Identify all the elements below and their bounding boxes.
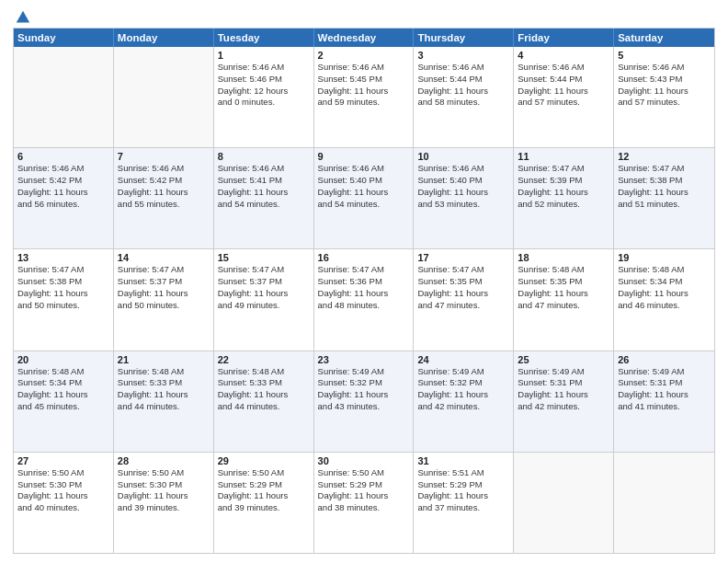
cell-line: Sunrise: 5:47 AM [518, 163, 609, 175]
cell-line: Sunset: 5:30 PM [17, 479, 109, 491]
cell-line: Sunrise: 5:46 AM [118, 163, 210, 175]
cell-line: Sunrise: 5:47 AM [417, 264, 509, 276]
cell-line: and 40 minutes. [17, 502, 109, 514]
cell-line: Sunrise: 5:48 AM [218, 366, 310, 378]
calendar-cell: 4Sunrise: 5:46 AMSunset: 5:44 PMDaylight… [514, 47, 614, 147]
calendar-cell: 6Sunrise: 5:46 AMSunset: 5:42 PMDaylight… [14, 148, 114, 248]
cell-line: Sunrise: 5:49 AM [318, 366, 410, 378]
cell-line: Sunset: 5:31 PM [518, 377, 609, 389]
day-number: 20 [17, 354, 109, 365]
day-number: 26 [618, 354, 711, 365]
calendar-header-cell: Tuesday [214, 29, 314, 47]
cell-line: and 0 minutes. [218, 97, 310, 109]
cell-line: Sunset: 5:29 PM [218, 479, 310, 491]
cell-line: Daylight: 11 hours [118, 389, 210, 401]
day-number: 5 [618, 50, 711, 61]
cell-line: Sunset: 5:29 PM [417, 479, 509, 491]
cell-line: Sunset: 5:32 PM [417, 377, 509, 389]
day-number: 3 [417, 50, 509, 61]
calendar-cell [614, 453, 714, 553]
calendar-cell [114, 47, 214, 147]
cell-line: Sunrise: 5:48 AM [17, 366, 109, 378]
day-number: 11 [518, 151, 609, 162]
logo [13, 9, 31, 26]
cell-line: and 58 minutes. [417, 97, 509, 109]
cell-line: Sunset: 5:33 PM [118, 377, 210, 389]
page: SundayMondayTuesdayWednesdayThursdayFrid… [0, 0, 728, 563]
cell-line: Sunset: 5:37 PM [218, 276, 310, 288]
calendar-cell: 13Sunrise: 5:47 AMSunset: 5:38 PMDayligh… [14, 249, 114, 350]
cell-line: Sunrise: 5:51 AM [417, 467, 509, 479]
cell-line: and 49 minutes. [218, 300, 310, 312]
cell-line: Sunrise: 5:47 AM [17, 264, 109, 276]
cell-line: and 46 minutes. [618, 300, 711, 312]
day-number: 1 [218, 50, 310, 61]
calendar: SundayMondayTuesdayWednesdayThursdayFrid… [13, 28, 715, 554]
calendar-cell: 7Sunrise: 5:46 AMSunset: 5:42 PMDaylight… [114, 148, 214, 248]
calendar-cell: 23Sunrise: 5:49 AMSunset: 5:32 PMDayligh… [314, 351, 415, 452]
cell-line: Daylight: 11 hours [218, 288, 310, 300]
calendar-header-cell: Wednesday [314, 29, 415, 47]
calendar-header-cell: Saturday [614, 29, 714, 47]
calendar-week: 6Sunrise: 5:46 AMSunset: 5:42 PMDaylight… [14, 147, 714, 248]
calendar-cell: 30Sunrise: 5:50 AMSunset: 5:29 PMDayligh… [314, 453, 415, 553]
calendar-week: 1Sunrise: 5:46 AMSunset: 5:46 PMDaylight… [14, 47, 714, 147]
cell-line: and 38 minutes. [318, 502, 410, 514]
day-number: 12 [618, 151, 711, 162]
calendar-cell: 9Sunrise: 5:46 AMSunset: 5:40 PMDaylight… [314, 148, 415, 248]
day-number: 14 [118, 252, 210, 263]
cell-line: Sunrise: 5:49 AM [417, 366, 509, 378]
cell-line: Sunset: 5:33 PM [218, 377, 310, 389]
cell-line: and 59 minutes. [318, 97, 410, 109]
cell-line: Sunset: 5:44 PM [518, 74, 609, 86]
cell-line: Sunset: 5:40 PM [318, 175, 410, 187]
cell-line: Daylight: 11 hours [218, 490, 310, 502]
cell-line: Sunrise: 5:46 AM [618, 62, 711, 74]
cell-line: and 43 minutes. [318, 401, 410, 413]
cell-line: Sunset: 5:35 PM [518, 276, 609, 288]
day-number: 25 [518, 354, 609, 365]
calendar-cell: 31Sunrise: 5:51 AMSunset: 5:29 PMDayligh… [414, 453, 514, 553]
calendar-body: 1Sunrise: 5:46 AMSunset: 5:46 PMDaylight… [14, 47, 714, 553]
cell-line: Daylight: 11 hours [118, 288, 210, 300]
cell-line: Daylight: 12 hours [218, 86, 310, 98]
cell-line: Sunset: 5:44 PM [417, 74, 509, 86]
cell-line: Daylight: 11 hours [118, 187, 210, 199]
cell-line: and 44 minutes. [218, 401, 310, 413]
cell-line: Sunset: 5:45 PM [318, 74, 410, 86]
cell-line: Sunrise: 5:46 AM [218, 62, 310, 74]
calendar-header-cell: Monday [114, 29, 214, 47]
day-number: 17 [417, 252, 509, 263]
cell-line: Sunrise: 5:46 AM [218, 163, 310, 175]
cell-line: Sunrise: 5:47 AM [318, 264, 410, 276]
calendar-week: 13Sunrise: 5:47 AMSunset: 5:38 PMDayligh… [14, 248, 714, 350]
cell-line: and 55 minutes. [118, 199, 210, 211]
day-number: 19 [618, 252, 711, 263]
cell-line: Sunset: 5:32 PM [318, 377, 410, 389]
calendar-cell: 1Sunrise: 5:46 AMSunset: 5:46 PMDaylight… [214, 47, 314, 147]
cell-line: and 45 minutes. [17, 401, 109, 413]
day-number: 28 [118, 455, 210, 466]
cell-line: and 44 minutes. [118, 401, 210, 413]
cell-line: Sunset: 5:34 PM [618, 276, 711, 288]
day-number: 13 [17, 252, 109, 263]
calendar-cell: 12Sunrise: 5:47 AMSunset: 5:38 PMDayligh… [614, 148, 714, 248]
day-number: 27 [17, 455, 109, 466]
cell-line: and 39 minutes. [218, 502, 310, 514]
cell-line: Daylight: 11 hours [417, 389, 509, 401]
cell-line: Sunrise: 5:50 AM [218, 467, 310, 479]
day-number: 23 [318, 354, 410, 365]
calendar-cell: 22Sunrise: 5:48 AMSunset: 5:33 PMDayligh… [214, 351, 314, 452]
cell-line: Sunrise: 5:47 AM [118, 264, 210, 276]
cell-line: Daylight: 11 hours [518, 187, 609, 199]
cell-line: Sunrise: 5:49 AM [618, 366, 711, 378]
cell-line: Sunrise: 5:50 AM [17, 467, 109, 479]
cell-line: Sunrise: 5:46 AM [417, 163, 509, 175]
calendar-cell: 26Sunrise: 5:49 AMSunset: 5:31 PMDayligh… [614, 351, 714, 452]
day-number: 16 [318, 252, 410, 263]
cell-line: Daylight: 11 hours [17, 187, 109, 199]
cell-line: Sunrise: 5:48 AM [118, 366, 210, 378]
calendar-cell: 11Sunrise: 5:47 AMSunset: 5:39 PMDayligh… [514, 148, 614, 248]
cell-line: Daylight: 11 hours [518, 288, 609, 300]
calendar-cell: 19Sunrise: 5:48 AMSunset: 5:34 PMDayligh… [614, 249, 714, 350]
